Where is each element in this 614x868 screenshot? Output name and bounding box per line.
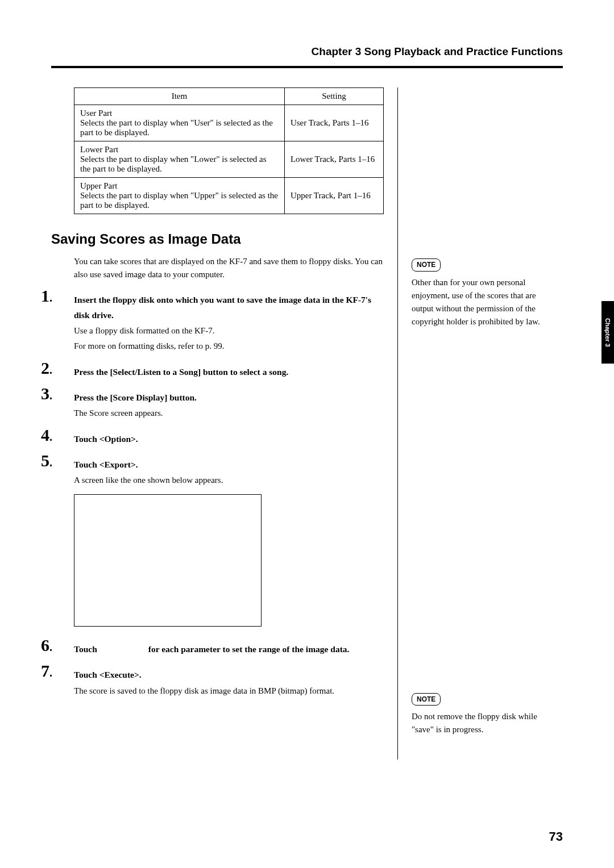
row-desc: Selects the part to display when "User" … [80, 118, 279, 137]
step-number: 7. [41, 661, 52, 681]
chapter-header: Chapter 3 Song Playback and Practice Fun… [51, 45, 563, 66]
row-setting: Lower Track, Parts 1–16 [284, 141, 383, 178]
step-number: 3. [41, 384, 52, 403]
step-detail: For more on formatting disks, refer to p… [74, 339, 384, 354]
note-block-2: NOTE Do not remove the floppy disk while… [412, 692, 546, 737]
settings-table: Item Setting User Part Selects the part … [74, 87, 384, 214]
step-instruction: Press the [Select/Listen to a Song] butt… [74, 364, 384, 379]
step-instruction: Insert the floppy disk onto which you wa… [74, 292, 384, 323]
step-detail: A screen like the one shown below appear… [74, 473, 384, 488]
row-desc: Selects the part to display when "Lower"… [80, 155, 279, 174]
step-6: 6. Touchfor each parameter to set the ra… [74, 641, 384, 657]
row-setting: User Track, Parts 1–16 [284, 105, 383, 141]
row-desc: Selects the part to display when "Upper"… [80, 191, 279, 210]
step-detail: The Score screen appears. [74, 406, 384, 421]
table-row: User Part Selects the part to display wh… [74, 105, 384, 141]
table-header-item: Item [74, 88, 285, 105]
step-number: 1. [41, 286, 52, 306]
section-title: Saving Scores as Image Data [51, 231, 384, 247]
row-title: Upper Part [80, 181, 279, 191]
step-instruction: Touchfor each parameter to set the range… [74, 641, 384, 657]
step-5: 5. Touch <Export>. A screen like the one… [74, 457, 384, 627]
step-number: 4. [41, 425, 52, 445]
note-label: NOTE [412, 693, 441, 706]
table-header-setting: Setting [284, 88, 383, 105]
step-2: 2. Press the [Select/Listen to a Song] b… [74, 364, 384, 379]
step-instruction: Touch <Execute>. [74, 667, 384, 682]
note-text: Do not remove the floppy disk while "sav… [412, 710, 546, 737]
step-detail: Use a floppy disk formatted on the KF-7. [74, 324, 384, 339]
row-title: User Part [80, 108, 279, 118]
screenshot-placeholder [74, 494, 262, 627]
step-detail: The score is saved to the floppy disk as… [74, 684, 384, 699]
step-1: 1. Insert the floppy disk onto which you… [74, 292, 384, 354]
main-column: Item Setting User Part Selects the part … [51, 87, 398, 760]
chapter-tab: Chapter 3 [601, 301, 614, 364]
step-number: 6. [41, 636, 52, 655]
section-intro: You can take scores that are displayed o… [74, 255, 384, 282]
step-instruction: Touch <Option>. [74, 431, 384, 446]
step-7: 7. Touch <Execute>. The score is saved t… [74, 667, 384, 698]
step-number: 5. [41, 451, 52, 470]
note-block-1: NOTE Other than for your own personal en… [412, 258, 546, 329]
step-4: 4. Touch <Option>. [74, 431, 384, 446]
note-text: Other than for your own personal enjoyme… [412, 276, 546, 329]
row-title: Lower Part [80, 145, 279, 155]
note-label: NOTE [412, 258, 441, 272]
table-row: Lower Part Selects the part to display w… [74, 141, 384, 178]
step-instruction: Press the [Score Display] button. [74, 390, 384, 405]
row-setting: Upper Track, Part 1–16 [284, 178, 383, 214]
step-3: 3. Press the [Score Display] button. The… [74, 390, 384, 421]
table-row: Upper Part Selects the part to display w… [74, 178, 384, 214]
content-area: Item Setting User Part Selects the part … [51, 87, 563, 760]
step-number: 2. [41, 358, 52, 378]
sidebar-column: NOTE Other than for your own personal en… [398, 87, 546, 760]
step-instruction: Touch <Export>. [74, 457, 384, 472]
page-number: 73 [549, 829, 563, 844]
header-rule [51, 66, 563, 68]
